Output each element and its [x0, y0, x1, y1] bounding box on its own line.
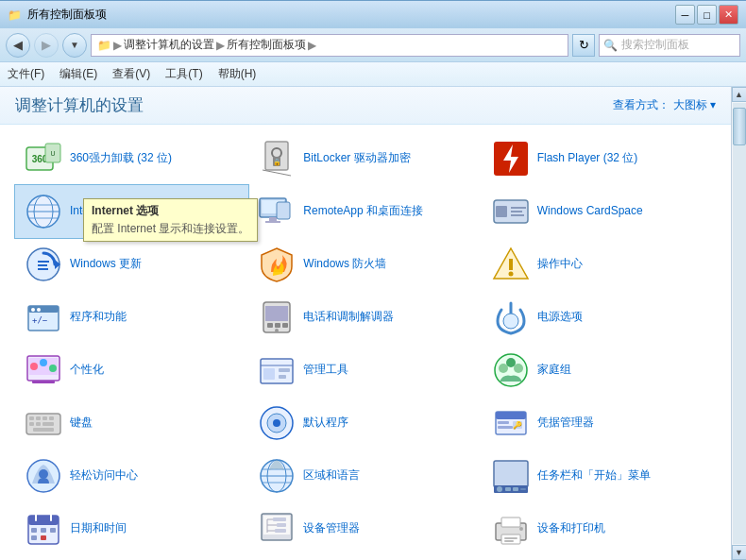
item-remoteapp[interactable]: RemoteApp 和桌面连接: [248, 185, 482, 238]
title-bar-left: 📁 所有控制面板项: [8, 7, 107, 23]
item-credential[interactable]: 🔑 凭据管理器: [483, 397, 716, 450]
item-firewall[interactable]: Windows 防火墙: [248, 238, 482, 291]
item-power[interactable]: 电源选项: [483, 291, 716, 344]
item-icon-winupdate: [25, 246, 62, 283]
item-icon-programs: +/−: [25, 298, 62, 336]
menu-edit[interactable]: 编辑(E): [59, 66, 97, 82]
search-box[interactable]: 🔍 搜索控制面板: [599, 34, 740, 57]
svg-rect-90: [513, 487, 518, 491]
item-label-360: 360强力卸载 (32 位): [70, 151, 172, 166]
item-icon-admin: [258, 351, 296, 389]
item-icon-cardspace: [492, 193, 530, 230]
menu-bar: 文件(F) 编辑(E) 查看(V) 工具(T) 帮助(H): [0, 62, 746, 87]
view-type[interactable]: 大图标 ▾: [673, 97, 716, 113]
item-print[interactable]: 设备和打印机: [483, 502, 716, 552]
item-flash[interactable]: Flash Player (32 位): [483, 132, 716, 185]
scroll-down-button[interactable]: ▼: [732, 545, 747, 560]
item-bitlocker[interactable]: 🔒 BitLocker 驱动器加密: [248, 132, 482, 185]
svg-rect-97: [41, 528, 46, 533]
item-label-internet: Internet 选项: [70, 204, 134, 219]
svg-rect-100: [41, 535, 46, 540]
menu-file[interactable]: 文件(F): [8, 66, 44, 82]
forward-button[interactable]: ▶: [34, 33, 59, 58]
scroll-thumb[interactable]: [733, 108, 746, 145]
svg-rect-91: [520, 488, 526, 490]
svg-point-50: [49, 365, 57, 372]
back-button[interactable]: ◀: [6, 33, 30, 58]
item-360[interactable]: 360 U 360强力卸载 (32 位): [15, 132, 248, 185]
scrollbar[interactable]: ▲ ▼: [731, 87, 746, 560]
svg-rect-89: [505, 487, 511, 491]
svg-rect-93: [28, 516, 59, 525]
item-label-phone: 电话和调制解调器: [303, 310, 394, 325]
svg-rect-56: [279, 375, 286, 379]
item-cardspace[interactable]: Windows CardSpace: [483, 185, 716, 238]
item-region[interactable]: 区域和语言: [248, 450, 482, 502]
item-default[interactable]: 默认程序: [248, 397, 482, 450]
svg-point-59: [514, 364, 523, 373]
svg-rect-86: [494, 461, 528, 487]
item-keyboard[interactable]: 键盘: [15, 397, 248, 450]
item-icon-actioncenter: [492, 246, 530, 283]
folder-icon: 📁: [8, 8, 22, 22]
address-path[interactable]: 📁 ▶ 调整计算机的设置 ▶ 所有控制面板项 ▶: [91, 34, 568, 57]
maximize-button[interactable]: □: [697, 5, 717, 25]
svg-rect-29: [38, 268, 48, 270]
item-winupdate[interactable]: Windows 更新: [15, 238, 248, 291]
svg-rect-64: [42, 416, 47, 420]
item-actioncenter[interactable]: 操作中心: [483, 238, 716, 291]
item-personalize[interactable]: 个性化: [15, 344, 248, 397]
scroll-track[interactable]: [733, 103, 746, 544]
item-admin[interactable]: 管理工具: [248, 344, 482, 397]
path-icon: 📁: [97, 39, 111, 52]
svg-rect-17: [269, 217, 277, 221]
content-header: 调整计算机的设置 查看方式： 大图标 ▾: [0, 87, 731, 125]
svg-text:U: U: [50, 150, 55, 157]
refresh-button[interactable]: ↻: [572, 34, 595, 57]
item-icon-keyboard: [25, 404, 62, 442]
svg-rect-54: [263, 368, 275, 380]
item-ease[interactable]: 轻松访问中心: [15, 450, 248, 502]
svg-text:+/−: +/−: [32, 315, 48, 325]
menu-tools[interactable]: 工具(T): [165, 66, 202, 82]
item-homegroup[interactable]: 家庭组: [483, 344, 716, 397]
svg-rect-76: [498, 426, 513, 429]
item-icon-personalize: [25, 351, 62, 389]
svg-rect-75: [498, 421, 509, 424]
svg-rect-21: [496, 206, 507, 217]
svg-text:🔑: 🔑: [513, 420, 522, 430]
svg-rect-39: [265, 306, 288, 321]
scroll-up-button[interactable]: ▲: [732, 87, 747, 102]
item-programs[interactable]: +/− 程序和功能: [15, 291, 248, 344]
title-bar: 📁 所有控制面板项 ─ □ ✕: [0, 0, 746, 28]
svg-point-88: [497, 486, 502, 492]
svg-point-115: [519, 527, 523, 531]
item-label-remoteapp: RemoteApp 和桌面连接: [303, 204, 423, 219]
item-label-winupdate: Windows 更新: [70, 257, 142, 272]
dropdown-button[interactable]: ▼: [62, 33, 87, 58]
item-icon-devmgr: [258, 510, 296, 548]
item-icon-print: [492, 510, 530, 548]
svg-point-48: [30, 363, 38, 370]
item-label-ease: 轻松访问中心: [70, 468, 138, 484]
item-taskbar[interactable]: 任务栏和「开始」菜单: [483, 450, 716, 502]
svg-point-35: [31, 308, 35, 312]
item-internet[interactable]: Internet 选项: [15, 185, 248, 238]
item-date[interactable]: 日期和时间: [15, 502, 248, 552]
item-devmgr[interactable]: 设备管理器: [248, 502, 482, 552]
close-button[interactable]: ✕: [719, 5, 738, 25]
svg-rect-66: [29, 422, 34, 426]
item-icon-date: [25, 510, 62, 548]
item-icon-flash: [492, 140, 530, 178]
item-phone[interactable]: 电话和调制解调器: [248, 291, 482, 344]
items-grid: 360 U 360强力卸载 (32 位) 🔒: [0, 125, 731, 552]
item-icon-power: [492, 298, 530, 336]
item-label-power: 电源选项: [537, 310, 583, 325]
svg-point-58: [499, 364, 508, 373]
minimize-button[interactable]: ─: [675, 5, 695, 25]
item-label-homegroup: 家庭组: [537, 363, 571, 378]
menu-help[interactable]: 帮助(H): [218, 66, 257, 82]
menu-view[interactable]: 查看(V): [112, 66, 150, 82]
path-part-1: 调整计算机的设置: [124, 37, 214, 53]
item-label-firewall: Windows 防火墙: [303, 257, 386, 272]
